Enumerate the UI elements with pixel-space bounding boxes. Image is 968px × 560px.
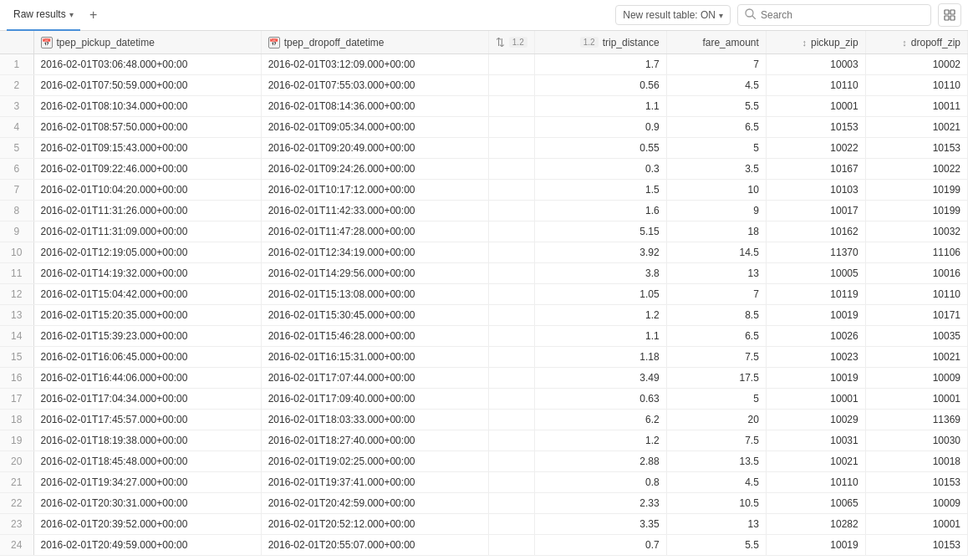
col-label-trip-distance: trip_distance xyxy=(603,37,660,48)
cell-dropoff-datetime: 2016-02-01T15:30:45.000+00:00 xyxy=(261,305,488,326)
cell-pickup-zip: 10019 xyxy=(766,368,865,389)
cell-pickup-datetime: 2016-02-01T15:39:23.000+00:00 xyxy=(33,326,261,347)
cell-dropoff-datetime: 2016-02-01T17:07:44.000+00:00 xyxy=(261,368,488,389)
col-header-pickup-zip[interactable]: ↕ pickup_zip xyxy=(766,31,865,54)
svg-line-1 xyxy=(752,16,756,19)
table-body: 1 2016-02-01T03:06:48.000+00:00 2016-02-… xyxy=(0,54,968,556)
row-number: 1 xyxy=(0,54,33,75)
svg-rect-2 xyxy=(945,10,949,14)
cell-pickup-zip: 10017 xyxy=(766,201,865,221)
cell-pickup-datetime: 2016-02-01T16:44:06.000+00:00 xyxy=(33,368,261,389)
cell-dropoff-zip: 10153 xyxy=(865,472,967,493)
search-input[interactable] xyxy=(761,9,924,21)
cell-fare-amount: 7.5 xyxy=(666,347,766,368)
raw-results-tab[interactable]: Raw results ▾ xyxy=(7,0,80,31)
cell-pickup-zip: 10167 xyxy=(766,159,865,180)
cell-dropoff-zip: 10032 xyxy=(865,221,967,242)
cell-fare-amount: 5 xyxy=(666,389,766,410)
table-row: 19 2016-02-01T18:19:38.000+00:00 2016-02… xyxy=(0,430,968,451)
cell-trip-distance: 3.8 xyxy=(534,263,666,284)
row-number: 11 xyxy=(0,263,33,284)
cell-fare-amount: 7 xyxy=(666,54,766,75)
table-row: 1 2016-02-01T03:06:48.000+00:00 2016-02-… xyxy=(0,54,968,75)
cell-pickup-datetime: 2016-02-01T07:50:59.000+00:00 xyxy=(33,75,261,96)
cell-dropoff-datetime: 2016-02-01T18:03:33.000+00:00 xyxy=(261,410,488,430)
cell-pickup-datetime: 2016-02-01T12:19:05.000+00:00 xyxy=(33,242,261,263)
cell-dropoff-zip: 11369 xyxy=(865,410,967,430)
cell-dropoff-datetime: 2016-02-01T11:42:33.000+00:00 xyxy=(261,201,488,221)
table-row: 2 2016-02-01T07:50:59.000+00:00 2016-02-… xyxy=(0,75,968,96)
cell-dropoff-zip: 10009 xyxy=(865,493,967,514)
datetime-icon-pickup: 📅 xyxy=(41,37,53,48)
row-number: 19 xyxy=(0,430,33,451)
cell-pickup-datetime: 2016-02-01T08:57:50.000+00:00 xyxy=(33,117,261,138)
cell-pickup-zip: 10023 xyxy=(766,347,865,368)
cell-dropoff-datetime: 2016-02-01T16:15:31.000+00:00 xyxy=(261,347,488,368)
row-number: 12 xyxy=(0,284,33,305)
cell-pickup-datetime: 2016-02-01T14:19:32.000+00:00 xyxy=(33,263,261,284)
cell-fare-amount: 13 xyxy=(666,263,766,284)
table-row: 16 2016-02-01T16:44:06.000+00:00 2016-02… xyxy=(0,368,968,389)
data-table: 📅 tpep_pickup_datetime 📅 tpep_dropoff_da… xyxy=(0,31,968,556)
cell-dropoff-zip: 10001 xyxy=(865,514,967,535)
cell-dropoff-datetime: 2016-02-01T09:05:34.000+00:00 xyxy=(261,117,488,138)
cell-fare-amount: 13.5 xyxy=(666,451,766,472)
cell-dropoff-datetime: 2016-02-01T15:46:28.000+00:00 xyxy=(261,326,488,347)
row-number: 15 xyxy=(0,347,33,368)
table-row: 22 2016-02-01T20:30:31.000+00:00 2016-02… xyxy=(0,493,968,514)
cell-sort xyxy=(488,347,534,368)
row-number: 24 xyxy=(0,535,33,556)
cell-fare-amount: 17.5 xyxy=(666,368,766,389)
cell-trip-distance: 1.18 xyxy=(534,347,666,368)
cell-sort xyxy=(488,430,534,451)
col-header-fare-amount[interactable]: fare_amount xyxy=(666,31,766,54)
cell-sort xyxy=(488,389,534,410)
cell-pickup-datetime: 2016-02-01T15:20:35.000+00:00 xyxy=(33,305,261,326)
cell-dropoff-datetime: 2016-02-01T08:14:36.000+00:00 xyxy=(261,96,488,117)
cell-sort xyxy=(488,284,534,305)
cell-sort xyxy=(488,472,534,493)
cell-dropoff-zip: 10021 xyxy=(865,117,967,138)
svg-rect-3 xyxy=(950,10,955,14)
cell-dropoff-datetime: 2016-02-01T17:09:40.000+00:00 xyxy=(261,389,488,410)
layout-button[interactable] xyxy=(938,3,961,27)
cell-trip-distance: 6.2 xyxy=(534,410,666,430)
sort-badge: 1.2 xyxy=(509,37,527,48)
cell-dropoff-zip: 10022 xyxy=(865,159,967,180)
cell-trip-distance: 1.2 xyxy=(534,430,666,451)
table-row: 15 2016-02-01T16:06:45.000+00:00 2016-02… xyxy=(0,347,968,368)
new-result-table-toggle[interactable]: New result table: ON ▾ xyxy=(615,5,731,25)
table-row: 21 2016-02-01T19:34:27.000+00:00 2016-02… xyxy=(0,472,968,493)
cell-sort xyxy=(488,493,534,514)
raw-results-label: Raw results xyxy=(13,8,66,20)
cell-pickup-datetime: 2016-02-01T08:10:34.000+00:00 xyxy=(33,96,261,117)
col-header-trip-distance[interactable]: 1.2 trip_distance xyxy=(534,31,666,54)
cell-pickup-datetime: 2016-02-01T20:49:59.000+00:00 xyxy=(33,535,261,556)
cell-sort xyxy=(488,180,534,201)
table-row: 5 2016-02-01T09:15:43.000+00:00 2016-02-… xyxy=(0,138,968,159)
col-header-pickup[interactable]: 📅 tpep_pickup_datetime xyxy=(33,31,261,54)
cell-dropoff-datetime: 2016-02-01T19:37:41.000+00:00 xyxy=(261,472,488,493)
cell-fare-amount: 7 xyxy=(666,284,766,305)
cell-dropoff-zip: 10002 xyxy=(865,54,967,75)
table-header: 📅 tpep_pickup_datetime 📅 tpep_dropoff_da… xyxy=(0,31,968,54)
col-header-sort[interactable]: ⇅ 1.2 xyxy=(488,31,534,54)
row-number: 4 xyxy=(0,117,33,138)
cell-trip-distance: 0.7 xyxy=(534,535,666,556)
col-header-dropoff[interactable]: 📅 tpep_dropoff_datetime xyxy=(261,31,488,54)
topbar-left: Raw results ▾ + xyxy=(7,0,615,31)
cell-trip-distance: 3.49 xyxy=(534,368,666,389)
table-row: 7 2016-02-01T10:04:20.000+00:00 2016-02-… xyxy=(0,180,968,201)
col-header-dropoff-zip[interactable]: ↕ dropoff_zip xyxy=(865,31,967,54)
cell-sort xyxy=(488,451,534,472)
cell-dropoff-datetime: 2016-02-01T09:20:49.000+00:00 xyxy=(261,138,488,159)
cell-pickup-datetime: 2016-02-01T09:22:46.000+00:00 xyxy=(33,159,261,180)
row-number: 3 xyxy=(0,96,33,117)
cell-pickup-zip: 10019 xyxy=(766,535,865,556)
cell-pickup-zip: 10103 xyxy=(766,180,865,201)
cell-sort xyxy=(488,138,534,159)
add-tab-button[interactable]: + xyxy=(84,5,104,25)
table-row: 3 2016-02-01T08:10:34.000+00:00 2016-02-… xyxy=(0,96,968,117)
cell-sort xyxy=(488,410,534,430)
row-num-header xyxy=(0,31,33,54)
